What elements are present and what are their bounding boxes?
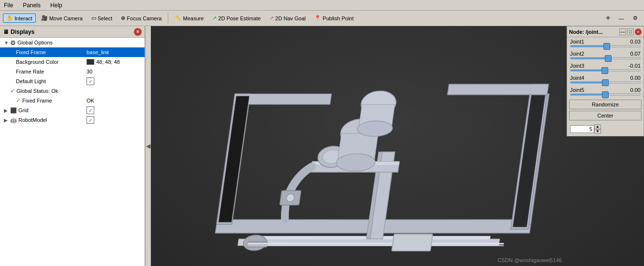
toolbar-select[interactable]: ▭ Select [88,14,116,23]
toolbar-pose-estimate[interactable]: ↗ 2D Pose Estimate [209,14,264,23]
joint-label-1: Joint2 [570,51,584,57]
grid-label: Grid [18,107,29,113]
joint-slider-fill-1 [571,58,608,59]
grid-checkbox[interactable]: ✓ [87,106,94,114]
grid-icon: ⬛ [10,107,17,114]
tree-row-bg-color[interactable]: Background Color 48; 48; 48 [0,57,145,67]
toolbar-extra-gear[interactable]: ⚙ [629,14,641,23]
joint-panel-header-buttons: — □ × [619,29,642,35]
displays-tree: ▼ ⚙ Global Options Fixed Frame base_link [0,38,145,266]
joint-slider-fill-2 [571,70,605,71]
joint-slider-thumb-3[interactable] [602,79,609,86]
joint-slider-thumb-1[interactable] [605,55,612,62]
toolbar-extra-crosshair[interactable]: ✛ [602,14,614,23]
viewport-canvas: CSDN @woshigaowei5146 Node: /joint... — … [151,26,644,266]
tree-row-fixed-frame[interactable]: Fixed Frame base_link [0,47,145,57]
joint-label-2: Joint3 [570,63,584,69]
tree-row-grid[interactable]: ▶ ⬛ Grid ✓ [0,105,145,115]
joint-value-3: 0.00 [630,75,641,81]
global-options-label: Global Options [17,40,53,45]
tree-row-frame-rate[interactable]: Frame Rate 30 [0,67,145,76]
joint-spinner-buttons: ▲ ▼ [594,124,601,134]
toolbar-publish-point[interactable]: 📍 Publish Point [311,14,357,23]
move-camera-icon: 🎥 [41,15,48,21]
global-status-check-icon: ✓ [10,88,15,94]
joint-slider-track-3[interactable] [570,81,641,84]
joint-panel-title: Node: /joint... [569,29,603,35]
toolbar-measure[interactable]: 📏 Measure [171,14,207,23]
toolbar: ✋ Interact 🎥 Move Camera ▭ Select ⊕ Focu… [0,11,644,26]
default-light-checkbox[interactable]: ✓ [87,77,94,85]
randomize-button[interactable]: Randomize [569,100,642,109]
select-label: Select [98,15,113,21]
joint-label-4: Joint5 [570,87,584,93]
measure-icon: 📏 [175,15,181,21]
center-button[interactable]: Center [569,111,642,120]
spinner-down-button[interactable]: ▼ [594,129,601,134]
joint-slider-thumb-2[interactable] [601,67,608,74]
tree-row-robot-model[interactable]: ▶ 🤖 RobotModel ✓ [0,115,145,125]
robot-model-label: RobotModel [18,117,47,123]
panel-collapse-arrow[interactable]: ◀ [145,26,151,266]
joint-row-joint5: Joint5 0.00 [567,86,644,98]
menu-help[interactable]: Help [48,2,64,9]
joint-slider-thumb-4[interactable] [602,91,609,98]
ff-status-check-icon: ✓ [16,97,21,104]
joint-spinner-input[interactable] [570,125,594,133]
toolbar-focus-camera[interactable]: ⊕ Focus Camera [117,14,165,23]
joint-slider-fill-4 [571,94,605,95]
main-area: 🖥 Displays × ▼ ⚙ Global Options Fixed Fr… [0,26,644,266]
bg-color-value: 48; 48; 48 [96,59,120,65]
joint-panel-header: Node: /joint... — □ × [567,27,644,37]
joint-value-1: 0.07 [630,51,641,57]
pose-estimate-label: 2D Pose Estimate [218,15,261,21]
frame-rate-value: 30 [87,69,92,74]
robot-model-checkbox[interactable]: ✓ [87,116,94,124]
menu-file[interactable]: File [2,2,15,9]
displays-panel: 🖥 Displays × ▼ ⚙ Global Options Fixed Fr… [0,26,145,266]
tree-row-global-options[interactable]: ▼ ⚙ Global Options [0,38,145,47]
nav-goal-label: 2D Nav Goal [275,15,306,21]
tree-row-default-light[interactable]: Default Light ✓ [0,76,145,86]
focus-camera-label: Focus Camera [127,15,161,21]
menu-panels[interactable]: Panels [21,2,43,9]
bg-color-label: Background Color [16,59,59,65]
joint-slider-track-0[interactable] [570,45,641,47]
toolbar-interact[interactable]: ✋ Interact [3,14,36,23]
global-options-icon: ⚙ [10,39,16,46]
publish-point-icon: 📍 [314,15,321,21]
3d-viewport[interactable]: CSDN @woshigaowei5146 Node: /joint... — … [151,26,644,266]
joint-label-3: Joint4 [570,75,584,81]
joint-slider-thumb-0[interactable] [603,43,610,50]
fixed-frame-value: base_link [87,49,109,55]
tree-row-global-status[interactable]: ✓ Global Status: Ok [0,86,145,96]
joint-panel-close-button[interactable]: × [635,29,642,35]
joint-slider-track-2[interactable] [570,69,641,72]
toolbar-move-camera[interactable]: 🎥 Move Camera [38,14,86,23]
joint-label-0: Joint1 [570,39,584,44]
svg-rect-30 [392,234,433,251]
select-icon: ▭ [91,15,96,21]
displays-close-button[interactable]: × [134,28,142,36]
joint-slider-track-4[interactable] [570,93,641,96]
displays-panel-label: Displays [11,29,34,35]
joint-row-joint3: Joint3 -0.01 [567,61,644,74]
joint-panel-maximize-button[interactable]: □ [627,29,634,35]
robot-model-icon: 🤖 [10,117,17,123]
ff-status-value: OK [87,98,94,103]
toolbar-extra-minus[interactable]: — [615,14,628,23]
joint-bottom-buttons: Randomize Center [567,98,644,122]
toolbar-nav-goal[interactable]: ↗ 2D Nav Goal [266,14,309,23]
displays-title: 🖥 Displays [3,29,34,35]
interact-label: Interact [15,15,32,21]
focus-camera-icon: ⊕ [121,15,125,21]
spinner-up-button[interactable]: ▲ [594,124,601,129]
menubar: File Panels Help [0,0,644,11]
grid-expand-icon: ▶ [4,108,9,113]
joint-slider-track-1[interactable] [570,57,641,59]
joint-value-4: 0.00 [630,87,641,93]
joint-spinner: ▲ ▼ [570,124,601,134]
toolbar-sep1 [168,13,168,24]
tree-row-fixed-frame-status[interactable]: ✓ Fixed Frame OK [0,96,145,105]
joint-panel-minimize-button[interactable]: — [619,29,626,35]
